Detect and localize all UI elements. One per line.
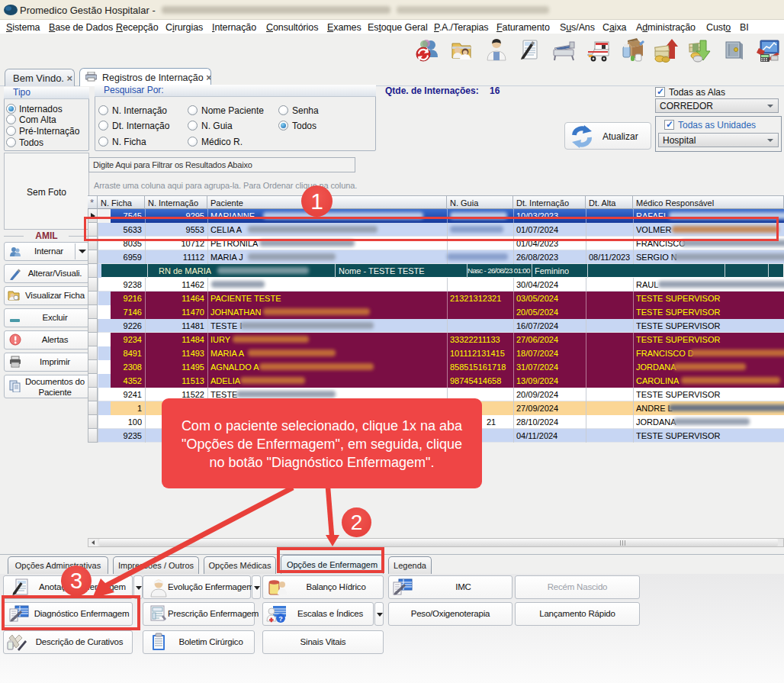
svg-text:?: ? xyxy=(278,615,282,623)
